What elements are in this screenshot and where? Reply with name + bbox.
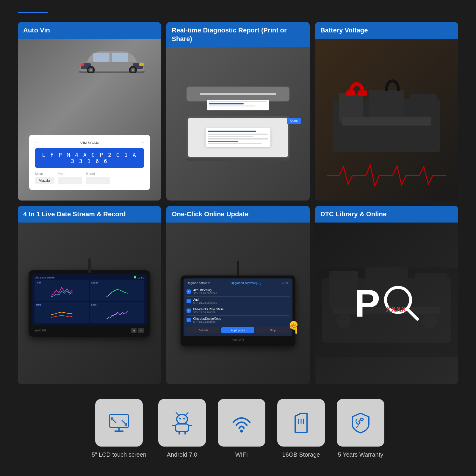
r5 [208,141,238,142]
svg-point-27 [422,314,437,328]
screen-title-text: Live Data Stream [35,276,55,279]
bottom-feature-lcd: 5" LCD touch screen [92,399,146,458]
btn-2[interactable]: ↩ [138,328,144,333]
r3 [208,136,253,137]
svg-point-36 [177,414,187,424]
wifi-signal-icon [230,411,253,435]
svg-line-30 [408,309,417,319]
svg-line-34 [111,418,116,423]
r2 [208,134,268,135]
check-mark-4: ✓ [187,319,190,322]
update-tablet: Upgrade software Upgraded software(75) 2… [181,275,295,346]
update-header: Upgrade software Upgraded software(75) 2… [187,281,289,285]
obd-screen: Live Data Stream 12.8V RPM [32,274,147,325]
svg-point-26 [336,314,351,328]
storage-icon-box [277,399,325,447]
item-3-name: BMW/Rolls Royce/Mini [193,308,223,311]
upgraded-label: Upgraded software(75) [231,281,261,285]
svg-line-35 [122,420,127,425]
quad-2: Speed [90,280,145,301]
vin-fields: Make Mazda Year Model [35,172,144,184]
feature-card-auto-vin: Auto Vin [18,22,161,201]
btn-1[interactable]: ◀ [131,328,137,333]
vin-make-field: Make Mazda [35,172,54,184]
check-mark-1: ✓ [187,290,190,293]
printer-slot [200,93,276,95]
item-1-text: ABS Bleeding STK 21.24.5000060 [193,289,217,295]
quad-2-label: Speed [91,281,143,284]
quad-3-graph-icon [36,307,88,320]
feature-card-battery-voltage: Battery Voltage [315,22,458,201]
check-mark-2: ✓ [187,300,190,303]
item-2-name: Audi [193,298,217,301]
lcd-icon-box [95,399,143,447]
device-bottom-bar: nuCAR ◀ ↩ [32,328,147,333]
printer-mockup [187,87,289,101]
svg-line-48 [295,413,301,416]
svg-point-37 [179,418,181,419]
dtc-p-letter: P [354,284,380,323]
android-label: Android 7.0 [167,451,197,458]
feature-image-auto-vin: ⋯ VIN SCAN ⋯ L F P M 4 A C P 2 C 1 A 3 3… [18,39,161,201]
paper-line-1 [209,101,267,102]
r6 [208,143,262,144]
svg-point-47 [240,430,243,433]
feature-label-online-update: One-Click Online Update [166,206,309,223]
shield-warranty-icon [349,411,372,435]
svg-line-40 [186,413,188,415]
feature-label-auto-vin: Auto Vin [18,22,161,39]
btn-1-icon: ◀ [133,329,135,332]
bottom-feature-android: Android 7.0 [158,399,206,458]
stop-btn[interactable]: Stop [256,327,289,333]
screen-status-dots: 12.8V [134,276,145,279]
quad-3: Temp [35,302,89,323]
accent-line [18,12,48,13]
dtc-code-display: P XXXX [354,284,419,323]
screen-values-text: 12.8V [137,276,145,279]
vin-make-label: Make [35,172,54,176]
check-1: ✓ [187,289,191,294]
item-3-text: BMW/Rolls Royce/Mini STK 21.34.101348 [193,308,223,314]
feature-image-diagnostic-report: Share [166,47,309,200]
vin-scan-title: VIN SCAN [80,141,99,145]
vin-mockup: ⋯ VIN SCAN ⋯ L F P M 4 A C P 2 C 1 A 3 3… [29,135,150,190]
quad-4-graph-icon [91,307,143,320]
main-container: Auto Vin [0,0,476,476]
refresh-btn[interactable]: Refresh [187,327,220,333]
action-buttons-row: Refresh App Update Stop [187,327,289,333]
storage-label: 16GB Storage [282,451,320,458]
date-label: 23.03 [282,281,289,285]
laptop-screen: Share [188,118,288,157]
vin-model-value [86,177,110,184]
bottom-feature-warranty: 5 Years Warranty [337,399,384,458]
vin-year-value [58,177,82,184]
svg-rect-25 [415,273,447,309]
update-device-container: Upgrade software Upgraded software(75) 2… [181,261,295,346]
svg-rect-19 [346,90,355,96]
item-2-sub: STK 21.24.5000060 [193,301,217,304]
bottom-features-row: 5" LCD touch screen [18,390,458,464]
svg-point-11 [132,69,134,71]
share-button: Share [287,118,288,124]
feature-card-online-update: One-Click Online Update Upgrade software… [166,206,309,384]
laptop-lid: Share [187,116,289,158]
app-update-btn[interactable]: App Update [221,327,254,333]
quad-1: RPM [35,280,89,301]
dtc-search-icon-container: XXXX [383,285,419,322]
lcd-screen-icon [107,411,131,435]
feature-image-live-stream: Live Data Stream 12.8V RPM [18,223,161,384]
feature-label-diagnostic-report: Real-time Diagnostic Report (Print or Sh… [166,22,309,47]
update-item-2: ✓ Audi STK 21.24.5000060 [187,297,289,306]
brand-label: nuCAR [35,329,47,332]
feature-image-dtc-library: P XXXX [315,223,458,384]
r1 [208,131,256,132]
dtc-xxxx-label: XXXX [386,305,406,314]
touch-finger-icon: ☝️ [286,320,301,334]
update-cable [237,261,239,275]
item-2-text: Audi STK 21.24.5000060 [193,298,217,304]
bottom-feature-wifi: WIFI [218,399,265,458]
item-3-sub: STK 21.34.101348 [193,311,223,314]
quadrant-grid: RPM Speed [35,280,144,323]
features-grid: Auto Vin [18,22,458,384]
device-buttons: ◀ ↩ [131,328,144,333]
